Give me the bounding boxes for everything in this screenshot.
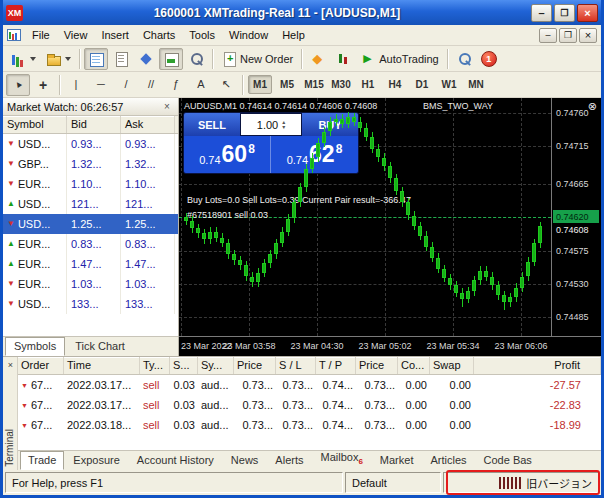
- terminal-column-0[interactable]: Order: [18, 357, 64, 374]
- menu-item-help[interactable]: Help: [275, 26, 312, 44]
- market-watch-row[interactable]: ▲EUR...1.47...1.47...: [3, 254, 178, 274]
- market-watch-row[interactable]: ▲EUR...0.83...0.83...: [3, 234, 178, 254]
- terminal-order-row[interactable]: ▼67...2022.03.17...sell0.03aud...0.73...…: [18, 395, 601, 415]
- price-scale[interactable]: 0.747600.747150.746650.745750.745300.744…: [551, 98, 601, 336]
- autotrading-button[interactable]: AutoTrading: [356, 48, 443, 70]
- terminal-tab-news[interactable]: News: [223, 451, 267, 470]
- title-bar[interactable]: XM 1600001 XMTrading-Real 11 - [AUDUSD,M…: [3, 0, 601, 25]
- sell-price-display[interactable]: 0.74 60 8: [184, 136, 271, 173]
- market-watch-tab-tick-chart[interactable]: Tick Chart: [66, 337, 134, 356]
- menu-item-file[interactable]: File: [25, 26, 57, 44]
- menu-item-tools[interactable]: Tools: [182, 26, 222, 44]
- terminal-tab-code-bas[interactable]: Code Bas: [476, 451, 540, 470]
- terminal-column-1[interactable]: Time: [64, 357, 140, 374]
- market-watch-row[interactable]: ▼EUR...1.10...1.10...: [3, 174, 178, 194]
- data-window-button[interactable]: [109, 48, 133, 70]
- market-watch-row[interactable]: ▲USD...121...121...: [3, 194, 178, 214]
- market-watch-column-ask[interactable]: Ask: [121, 116, 175, 133]
- cell-value: 0.74...: [322, 419, 353, 431]
- trendline-button[interactable]: /: [114, 74, 138, 96]
- terminal-column-7[interactable]: T / P: [316, 357, 356, 374]
- strategy-tester-button[interactable]: [184, 48, 208, 70]
- horizontal-line-button[interactable]: ─: [89, 74, 113, 96]
- crosshair-button[interactable]: +: [31, 74, 55, 96]
- terminal-column-2[interactable]: Ty...: [140, 357, 170, 374]
- terminal-close-icon[interactable]: [5, 359, 16, 370]
- status-profile[interactable]: Default: [345, 472, 441, 493]
- time-axis[interactable]: 23 Mar 202223 Mar 03:5823 Mar 04:3023 Ma…: [179, 336, 601, 356]
- child-restore-button[interactable]: [559, 28, 577, 43]
- child-close-button[interactable]: [579, 28, 597, 43]
- chart-area[interactable]: AUDUSD,M1 0.74614 0.74614 0.74606 0.7460…: [179, 98, 601, 356]
- buy-price-display[interactable]: 0.74 62 8: [271, 136, 358, 173]
- market-watch-header[interactable]: Market Watch: 06:26:57: [3, 98, 178, 116]
- terminal-column-10[interactable]: Swap: [430, 357, 474, 374]
- terminal-column-8[interactable]: Price: [356, 357, 398, 374]
- timeframe-button-mn[interactable]: MN: [464, 75, 488, 94]
- timeframe-button-m5[interactable]: M5: [275, 75, 299, 94]
- vertical-line-button[interactable]: |: [64, 74, 88, 96]
- market-watch-row[interactable]: ▼GBP...1.32...1.32...: [3, 154, 178, 174]
- sell-button[interactable]: SELL: [184, 113, 240, 136]
- metaeditor-button[interactable]: [306, 48, 330, 70]
- market-watch-tab-symbols[interactable]: Symbols: [5, 337, 65, 356]
- terminal-tab-mailbox[interactable]: Mailbox6: [312, 450, 370, 470]
- terminal-tab-trade[interactable]: Trade: [20, 451, 64, 470]
- indicator-close-icon[interactable]: [588, 100, 597, 113]
- terminal-tab-market[interactable]: Market: [372, 451, 422, 470]
- close-button[interactable]: [577, 4, 598, 22]
- market-watch-toggle-button[interactable]: [84, 48, 108, 70]
- timeframe-button-m30[interactable]: M30: [329, 75, 353, 94]
- menu-item-view[interactable]: View: [57, 26, 95, 44]
- timeframe-button-d1[interactable]: D1: [410, 75, 434, 94]
- new-order-button[interactable]: New Order: [217, 48, 297, 70]
- terminal-tab-account-history[interactable]: Account History: [129, 451, 222, 470]
- channel-button[interactable]: //: [139, 74, 163, 96]
- menu-item-charts[interactable]: Charts: [136, 26, 182, 44]
- terminal-toggle-button[interactable]: [159, 48, 183, 70]
- chart-style-button[interactable]: [331, 48, 355, 70]
- text-label-button[interactable]: A: [189, 74, 213, 96]
- market-watch-column-bid[interactable]: Bid: [67, 116, 121, 133]
- minimize-button[interactable]: [531, 4, 552, 22]
- market-watch-row[interactable]: ▼USD...133...133...: [3, 294, 178, 314]
- terminal-column-9[interactable]: Co...: [398, 357, 430, 374]
- child-minimize-button[interactable]: [539, 28, 557, 43]
- old-version-button[interactable]: 旧バージョン: [443, 472, 599, 493]
- terminal-order-row[interactable]: ▼67...2022.03.18...sell0.03aud...0.73...…: [18, 415, 601, 435]
- market-watch-column-symbol[interactable]: Symbol: [3, 116, 67, 133]
- profiles-button[interactable]: [41, 48, 75, 70]
- fullscreen-button[interactable]: [452, 48, 476, 70]
- timeframe-button-m1[interactable]: M1: [248, 75, 272, 94]
- terminal-tab-exposure[interactable]: Exposure: [65, 451, 127, 470]
- maximize-button[interactable]: [554, 4, 575, 22]
- timeframe-button-h4[interactable]: H4: [383, 75, 407, 94]
- notifications-badge[interactable]: 1: [477, 48, 501, 70]
- navigator-button[interactable]: [134, 48, 158, 70]
- terminal-column-4[interactable]: Sy...: [198, 357, 234, 374]
- lot-down-icon[interactable]: ▾: [282, 125, 285, 130]
- fibonacci-button[interactable]: ƒ: [164, 74, 188, 96]
- timeframe-button-m15[interactable]: M15: [302, 75, 326, 94]
- chart-plot[interactable]: AUDUSD,M1 0.74614 0.74614 0.74606 0.7460…: [179, 98, 551, 336]
- menu-item-insert[interactable]: Insert: [94, 26, 136, 44]
- lot-size-input[interactable]: 1.00 ▴▾: [240, 113, 302, 136]
- new-chart-button[interactable]: [6, 48, 40, 70]
- market-watch-row[interactable]: ▼EUR...1.03...1.03...: [3, 274, 178, 294]
- market-watch-close-icon[interactable]: [160, 101, 174, 112]
- terminal-tab-alerts[interactable]: Alerts: [267, 451, 311, 470]
- terminal-column-11[interactable]: Profit: [474, 357, 601, 374]
- cursor-button[interactable]: ▲: [6, 74, 30, 96]
- terminal-column-3[interactable]: S...: [170, 357, 198, 374]
- timeframe-button-w1[interactable]: W1: [437, 75, 461, 94]
- terminal-column-5[interactable]: Price: [234, 357, 276, 374]
- timeframe-button-h1[interactable]: H1: [356, 75, 380, 94]
- market-watch-row[interactable]: ▼USD...1.25...1.25...: [3, 214, 178, 234]
- market-watch-row[interactable]: ▼USD...0.93...0.93...: [3, 134, 178, 154]
- lot-spinner[interactable]: ▴▾: [282, 120, 285, 130]
- terminal-column-6[interactable]: S / L: [276, 357, 316, 374]
- menu-item-window[interactable]: Window: [222, 26, 275, 44]
- arrow-tool-button[interactable]: ↖: [214, 74, 238, 96]
- terminal-order-row[interactable]: ▼67...2022.03.17...sell0.03aud...0.73...…: [18, 375, 601, 395]
- terminal-tab-articles[interactable]: Articles: [422, 451, 474, 470]
